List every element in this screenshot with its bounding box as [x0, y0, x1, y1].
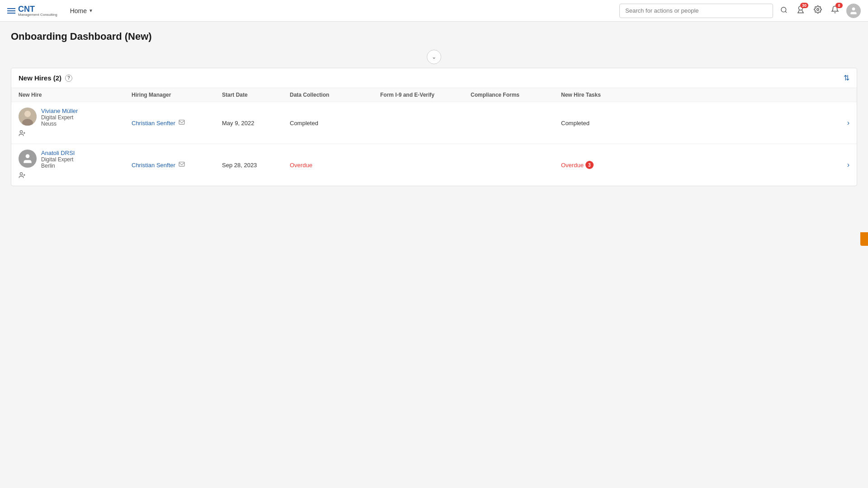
settings-button[interactable]	[812, 4, 824, 18]
hire-location-2: Berlin	[41, 163, 75, 169]
notifications-button[interactable]: 8	[829, 4, 841, 18]
logo-subtext: Management Consulting	[18, 13, 57, 17]
search-input[interactable]	[619, 4, 773, 18]
home-nav-item[interactable]: Home ▼	[66, 5, 97, 16]
hire-role-1: Digital Expert	[41, 114, 78, 121]
start-date-2: Sep 28, 2023	[222, 162, 290, 169]
new-hire-cell-2: Anatoli DRSI Digital Expert Berlin	[19, 150, 132, 180]
col-form-i9: Form I-9 and E-Verify	[380, 92, 471, 98]
collapse-button[interactable]: ⌄	[427, 50, 441, 64]
column-headers: New Hire Hiring Manager Start Date Data …	[11, 88, 857, 102]
hire-name-1[interactable]: Viviane Müller	[41, 108, 78, 114]
search-icon	[780, 6, 788, 14]
logo: CNT Management Consulting	[7, 5, 57, 17]
new-hire-cell-1: Viviane Müller Digital Expert Neuss	[19, 108, 132, 138]
add-person-icon-1[interactable]	[19, 130, 132, 138]
row-chevron-1[interactable]: ›	[847, 119, 849, 127]
message-icon-1[interactable]	[178, 119, 185, 127]
table-header-row: New Hires (2) ? ⇅	[11, 68, 857, 88]
avatar-placeholder-icon	[22, 153, 33, 164]
settings-icon	[814, 5, 822, 14]
search-container	[619, 4, 773, 18]
svg-point-13	[20, 173, 22, 175]
add-person-icon-2[interactable]	[19, 172, 132, 180]
new-hires-table: New Hires (2) ? ⇅ New Hire Hiring Manage…	[11, 68, 857, 186]
data-collection-status-1: Completed	[290, 120, 380, 127]
search-button[interactable]	[778, 5, 789, 17]
header: CNT Management Consulting Home ▼ 30	[0, 0, 868, 22]
collapse-bar: ⌄	[11, 50, 857, 64]
home-label: Home	[70, 7, 87, 14]
col-tasks: New Hire Tasks	[561, 92, 849, 98]
user-avatar-button[interactable]	[846, 4, 861, 18]
tasks-cell-1: Completed ›	[561, 119, 849, 127]
svg-point-6	[24, 111, 31, 117]
header-right: 30 8	[619, 4, 861, 18]
logo-text: CNT	[18, 5, 57, 13]
table-row: Viviane Müller Digital Expert Neuss Chri…	[11, 102, 857, 144]
hire-info-1: Viviane Müller Digital Expert Neuss	[41, 108, 78, 127]
logo-icon	[7, 8, 15, 14]
page-title: Onboarding Dashboard (New)	[11, 31, 857, 42]
start-date-1: May 9, 2022	[222, 120, 290, 127]
col-start-date: Start Date	[222, 92, 290, 98]
svg-rect-16	[179, 162, 184, 166]
svg-point-4	[852, 7, 855, 10]
col-hiring-manager: Hiring Manager	[132, 92, 222, 98]
svg-rect-11	[179, 120, 184, 124]
col-compliance: Compliance Forms	[471, 92, 561, 98]
tasks-status-2: Overdue 3	[561, 161, 594, 169]
new-hire-top-2: Anatoli DRSI Digital Expert Berlin	[19, 150, 132, 169]
hiring-manager-cell-1: Christian Senfter	[132, 119, 222, 127]
rewards-badge: 30	[800, 3, 808, 8]
svg-point-0	[781, 7, 786, 12]
col-data-collection: Data Collection	[290, 92, 380, 98]
manager-name-1[interactable]: Christian Senfter	[132, 120, 175, 127]
avatar-icon	[849, 6, 858, 15]
data-collection-status-2: Overdue	[290, 162, 380, 169]
col-new-hire: New Hire	[19, 92, 132, 98]
tasks-cell-2: Overdue 3 ›	[561, 161, 849, 169]
hiring-manager-cell-2: Christian Senfter	[132, 161, 222, 169]
message-icon-2[interactable]	[178, 161, 185, 169]
svg-point-3	[817, 9, 819, 11]
overdue-label: Overdue	[561, 162, 584, 169]
svg-point-8	[20, 131, 22, 133]
hire-info-2: Anatoli DRSI Digital Expert Berlin	[41, 150, 75, 169]
chevron-down-icon: ▼	[89, 8, 93, 13]
table-row-2: Anatoli DRSI Digital Expert Berlin Chris…	[11, 144, 857, 186]
tasks-status-1: Completed	[561, 120, 590, 127]
profile-photo-1	[19, 108, 37, 126]
notification-badge: 8	[835, 3, 843, 8]
svg-point-12	[26, 154, 30, 158]
avatar-1	[19, 108, 37, 126]
manager-name-2[interactable]: Christian Senfter	[132, 162, 175, 169]
hire-role-2: Digital Expert	[41, 156, 75, 163]
page-content: Onboarding Dashboard (New) ⌄ New Hires (…	[0, 22, 868, 195]
rewards-button[interactable]: 30	[795, 4, 807, 18]
table-title-text: New Hires (2)	[19, 74, 61, 82]
row-chevron-2[interactable]: ›	[847, 161, 849, 169]
hire-location-1: Neuss	[41, 121, 78, 127]
new-hire-top-1: Viviane Müller Digital Expert Neuss	[19, 108, 132, 127]
overdue-count: 3	[585, 161, 594, 169]
main-nav: Home ▼	[66, 5, 97, 16]
avatar-2	[19, 150, 37, 168]
table-title: New Hires (2) ?	[19, 74, 72, 82]
help-icon[interactable]: ?	[65, 75, 72, 82]
chevron-down-icon: ⌄	[432, 54, 436, 60]
svg-line-1	[785, 11, 787, 13]
sort-icon[interactable]: ⇅	[844, 74, 849, 82]
hire-name-2[interactable]: Anatoli DRSI	[41, 150, 75, 156]
